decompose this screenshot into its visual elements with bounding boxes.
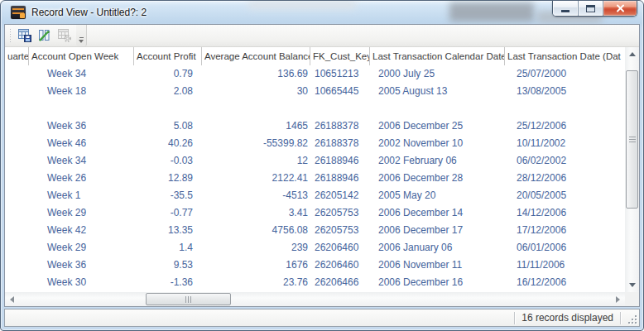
table-cell bbox=[5, 83, 29, 100]
table-cell bbox=[5, 170, 29, 187]
table-row[interactable]: Week 30-1.3623.76262064662006 December 1… bbox=[5, 274, 625, 291]
table-cell bbox=[370, 100, 505, 118]
table-cell: 25/12/2006 bbox=[505, 118, 625, 135]
table-cell bbox=[5, 65, 29, 83]
table-cell: 2006 January 06 bbox=[370, 239, 505, 257]
table-cell: 20/05/2005 bbox=[505, 187, 625, 204]
scroll-up-button[interactable] bbox=[625, 47, 639, 61]
table-cell bbox=[29, 100, 134, 118]
vertical-scrollbar-thumb[interactable] bbox=[626, 70, 638, 209]
table-cell: Week 36 bbox=[29, 118, 134, 135]
grid-body: Week 340.79136.69106512132000 July 2525/… bbox=[5, 65, 625, 292]
record-grid: uarterAccount Open WeekAccount ProfitAve… bbox=[5, 47, 639, 306]
table-cell: 2122.41 bbox=[202, 170, 310, 187]
table-row[interactable]: Week 369.531676262064602006 November 111… bbox=[5, 257, 625, 274]
title-bar[interactable]: Record View - Untitled?: 2 bbox=[4, 1, 640, 24]
scroll-left-button[interactable] bbox=[5, 292, 19, 306]
table-cell: 239 bbox=[202, 239, 310, 257]
table-cell: 2005 August 13 bbox=[370, 83, 505, 100]
maximize-button[interactable] bbox=[578, 1, 603, 16]
table-cell: 26206466 bbox=[310, 274, 370, 291]
table-cell: 4756.08 bbox=[202, 222, 310, 239]
table-row[interactable] bbox=[5, 100, 625, 118]
table-cell bbox=[5, 204, 29, 222]
column-header[interactable]: Last Transaction Date (Dat bbox=[505, 47, 625, 65]
table-cell: 2002 November 10 bbox=[370, 135, 505, 152]
table-row[interactable]: Week 4213.354756.08262057532006 December… bbox=[5, 222, 625, 239]
column-header[interactable]: Average Account Balance bbox=[202, 47, 310, 65]
table-cell: 10665445 bbox=[310, 83, 370, 100]
table-save-button[interactable] bbox=[15, 26, 35, 46]
table-row[interactable]: Week 340.79136.69106512132000 July 2525/… bbox=[5, 65, 625, 83]
table-cell: 10/11/2002 bbox=[505, 135, 625, 152]
table-row[interactable]: Week 1-35.5-4513262051422005 May 2020/05… bbox=[5, 187, 625, 204]
table-cell: 26205753 bbox=[310, 222, 370, 239]
table-cell: 26206460 bbox=[310, 257, 370, 274]
table-cell: 26188946 bbox=[310, 152, 370, 170]
scroll-right-button[interactable] bbox=[611, 292, 625, 306]
toolbar-overflow-button[interactable] bbox=[76, 25, 87, 46]
table-cell bbox=[5, 118, 29, 135]
glass-blur-decoration bbox=[248, 1, 356, 9]
table-row[interactable]: Week 2612.892122.41261889462006 December… bbox=[5, 170, 625, 187]
table-cell: 06/01/2006 bbox=[505, 239, 625, 257]
table-cell: 26206460 bbox=[310, 239, 370, 257]
horizontal-scrollbar-thumb[interactable] bbox=[146, 293, 231, 305]
table-cell: -55399.82 bbox=[202, 135, 310, 152]
table-cell: 2.08 bbox=[134, 83, 202, 100]
table-cell bbox=[5, 274, 29, 291]
table-cell: 26188378 bbox=[310, 118, 370, 135]
window-controls bbox=[552, 1, 637, 17]
up-arrow-icon bbox=[629, 52, 636, 56]
toolbar bbox=[5, 25, 639, 47]
table-edit-button[interactable] bbox=[35, 26, 55, 46]
minimize-icon bbox=[561, 10, 570, 12]
table-cell: 136.69 bbox=[202, 65, 310, 83]
table-row[interactable]: Week 365.081465261883782006 December 252… bbox=[5, 118, 625, 135]
table-cell: 25/07/2000 bbox=[505, 65, 625, 83]
horizontal-scrollbar[interactable] bbox=[5, 292, 625, 306]
minimize-button[interactable] bbox=[553, 1, 578, 16]
table-settings-button[interactable] bbox=[55, 26, 74, 46]
table-row[interactable]: Week 291.4239262064602006 January 0606/0… bbox=[5, 239, 625, 257]
table-cell: Week 29 bbox=[29, 239, 134, 257]
column-header[interactable]: FK_Cust_Key bbox=[310, 47, 370, 65]
resize-grip[interactable] bbox=[627, 314, 637, 324]
down-arrow-icon bbox=[629, 283, 636, 287]
table-cell bbox=[5, 222, 29, 239]
table-row[interactable]: Week 29-0.773.41262057532006 December 14… bbox=[5, 204, 625, 222]
table-cell: Week 18 bbox=[29, 83, 134, 100]
table-cell: 2006 December 28 bbox=[370, 170, 505, 187]
table-cell: -0.03 bbox=[134, 152, 202, 170]
toolbar-grip[interactable] bbox=[9, 28, 12, 43]
scrollbar-corner bbox=[625, 292, 639, 306]
table-cell: 1465 bbox=[202, 118, 310, 135]
column-header[interactable]: Last Transaction Calendar Date bbox=[370, 47, 505, 65]
table-cell: 26205142 bbox=[310, 187, 370, 204]
column-header[interactable]: Account Profit bbox=[134, 47, 202, 65]
table-cell bbox=[5, 239, 29, 257]
table-cell: 06/02/2002 bbox=[505, 152, 625, 170]
table-row[interactable]: Week 182.0830106654452005 August 1313/08… bbox=[5, 83, 625, 100]
table-row[interactable]: Week 34-0.0312261889462002 February 0606… bbox=[5, 152, 625, 170]
table-cell: Week 36 bbox=[29, 257, 134, 274]
table-cell: 13/08/2005 bbox=[505, 83, 625, 100]
column-header[interactable]: uarter bbox=[5, 47, 29, 65]
table-cell: 2006 December 25 bbox=[370, 118, 505, 135]
table-cell: 2005 May 20 bbox=[370, 187, 505, 204]
table-settings-icon bbox=[57, 28, 72, 43]
column-header[interactable]: Account Open Week bbox=[29, 47, 134, 65]
table-row[interactable]: Week 4640.26-55399.82261883782002 Novemb… bbox=[5, 135, 625, 152]
vertical-scrollbar[interactable] bbox=[625, 47, 639, 292]
table-cell: 2002 February 06 bbox=[370, 152, 505, 170]
table-cell: 9.53 bbox=[134, 257, 202, 274]
table-cell: 0.79 bbox=[134, 65, 202, 83]
maximize-icon bbox=[586, 5, 595, 12]
table-cell bbox=[5, 187, 29, 204]
close-button[interactable] bbox=[603, 1, 637, 16]
scroll-down-button[interactable] bbox=[625, 278, 639, 292]
record-view-window: Record View - Untitled?: 2 bbox=[0, 0, 644, 331]
table-cell: 2006 December 16 bbox=[370, 274, 505, 291]
table-cell: 26205753 bbox=[310, 204, 370, 222]
table-cell bbox=[134, 100, 202, 118]
